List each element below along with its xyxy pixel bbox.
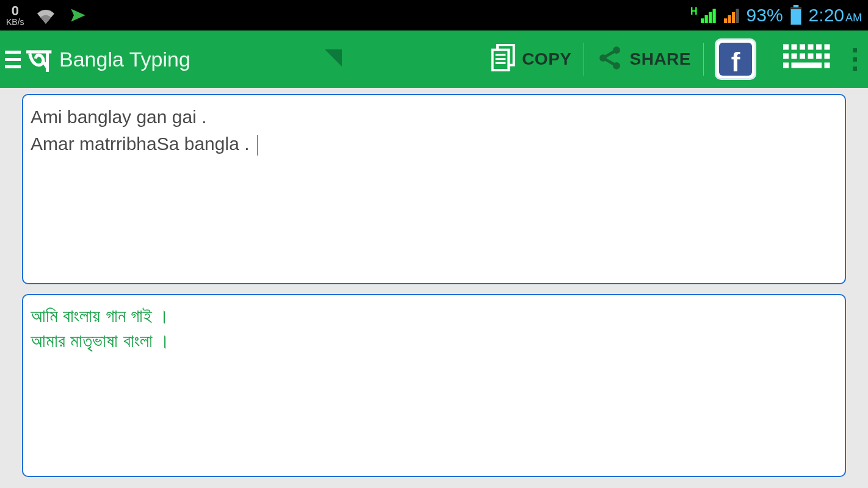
- svg-rect-8: [793, 5, 798, 7]
- svg-rect-2: [709, 12, 712, 23]
- svg-rect-25: [816, 45, 822, 50]
- keyboard-button[interactable]: [783, 44, 831, 74]
- network-speed-value: 0: [12, 4, 19, 18]
- svg-rect-10: [790, 7, 801, 9]
- svg-rect-27: [783, 54, 789, 59]
- content-area: Ami banglay gan gai . Amar matrribhaSa b…: [0, 88, 868, 488]
- status-bar: 0 KB/s H: [0, 0, 868, 30]
- signal-bars-2-icon: [723, 7, 740, 23]
- network-speed-indicator: 0 KB/s: [6, 4, 24, 26]
- svg-rect-29: [800, 54, 805, 59]
- wifi-icon: [35, 7, 56, 24]
- toolbar-divider: [703, 43, 704, 76]
- svg-rect-32: [825, 54, 830, 59]
- svg-rect-23: [800, 45, 805, 50]
- input-line: Ami banglay gan gai .: [31, 104, 837, 131]
- output-text-area[interactable]: আমি বাংলায় গান গাই । আমার মাতৃভাষা বাংল…: [22, 294, 846, 477]
- app-title: Bangla Typing: [59, 48, 190, 71]
- overflow-menu-button[interactable]: [847, 48, 863, 71]
- output-line: আমার মাতৃভাষা বাংলা ।: [31, 329, 837, 354]
- svg-line-20: [606, 60, 614, 64]
- dropdown-indicator-icon[interactable]: [325, 49, 342, 69]
- share-label: SHARE: [629, 49, 691, 69]
- svg-rect-0: [701, 18, 704, 23]
- menu-button[interactable]: [5, 51, 23, 68]
- facebook-button[interactable]: f: [715, 38, 756, 80]
- share-button[interactable]: SHARE: [584, 41, 703, 77]
- signal-type-label: H: [690, 6, 698, 17]
- svg-rect-21: [783, 45, 789, 50]
- input-text-area[interactable]: Ami banglay gan gai . Amar matrribhaSa b…: [22, 94, 846, 284]
- svg-rect-5: [728, 15, 731, 23]
- copy-label: COPY: [522, 49, 571, 69]
- copy-button[interactable]: COPY: [479, 41, 584, 77]
- svg-rect-1: [704, 15, 707, 23]
- svg-line-19: [606, 52, 614, 56]
- svg-rect-35: [825, 63, 830, 68]
- svg-rect-34: [792, 63, 822, 68]
- svg-rect-22: [792, 45, 797, 50]
- output-line: আমি বাংলায় গান গাই ।: [31, 304, 837, 329]
- svg-rect-31: [816, 54, 822, 59]
- text-cursor: [257, 135, 258, 156]
- status-clock: 2:20AM: [809, 5, 862, 26]
- svg-rect-30: [808, 54, 814, 59]
- send-icon: [67, 7, 89, 24]
- svg-rect-9: [790, 7, 801, 24]
- copy-icon: [491, 44, 516, 74]
- battery-percent: 93%: [747, 5, 783, 26]
- app-action-bar: অ Bangla Typing COPY SHAR: [0, 30, 868, 88]
- network-speed-unit: KB/s: [6, 18, 24, 26]
- svg-rect-33: [783, 63, 789, 68]
- input-line: Amar matrribhaSa bangla .: [31, 131, 837, 157]
- svg-rect-7: [736, 9, 739, 23]
- svg-rect-3: [712, 9, 715, 23]
- clock-time: 2:20: [809, 5, 844, 25]
- signal-bars-1-icon: [700, 7, 717, 23]
- svg-rect-12: [493, 50, 509, 70]
- share-icon: [596, 45, 623, 74]
- battery-icon: [789, 5, 803, 26]
- app-logo-glyph: অ: [27, 41, 51, 77]
- svg-rect-28: [792, 54, 797, 59]
- svg-rect-4: [724, 18, 727, 23]
- svg-rect-24: [808, 45, 814, 50]
- svg-rect-6: [732, 12, 735, 23]
- facebook-icon: f: [719, 43, 752, 76]
- clock-ampm: AM: [845, 12, 862, 24]
- svg-rect-26: [825, 45, 830, 50]
